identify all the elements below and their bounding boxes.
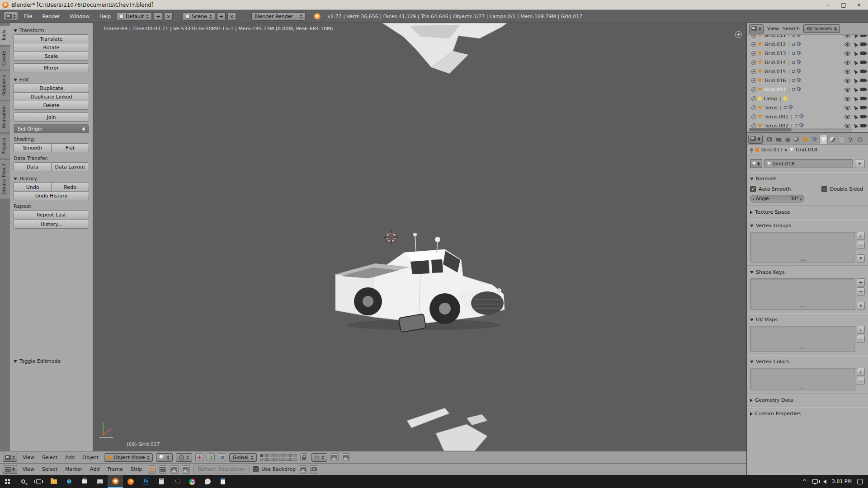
volume-icon[interactable] (823, 479, 826, 484)
visibility-eye-icon[interactable] (844, 42, 850, 47)
selectable-cursor-icon[interactable] (853, 42, 858, 47)
vertex-colors-listbox[interactable] (750, 368, 855, 390)
menu-window[interactable]: Window (66, 14, 94, 19)
render-camera-icon[interactable] (860, 52, 866, 55)
manipulator-translate-button[interactable] (195, 453, 203, 461)
render-opengl-anim-button[interactable] (342, 453, 350, 461)
texture-space-panel-header[interactable]: Texture Space (750, 208, 865, 216)
add-scene-button[interactable]: + (217, 12, 226, 21)
sequencer-view-sequence-button[interactable] (159, 465, 167, 474)
layer-group-1[interactable] (260, 454, 278, 461)
uv-map-add-button[interactable]: + (857, 326, 865, 334)
visibility-eye-icon[interactable] (844, 88, 850, 92)
checkbox-checked-icon[interactable] (750, 186, 756, 192)
tab-material[interactable] (828, 135, 837, 144)
object-name[interactable]: Grid.013 (764, 51, 786, 56)
duplicate-button[interactable]: Duplicate (14, 84, 89, 93)
expand-icon[interactable]: + (751, 96, 756, 101)
normals-panel-header[interactable]: Normals (750, 175, 865, 183)
expand-icon[interactable]: + (751, 123, 756, 128)
visibility-eye-icon[interactable] (844, 115, 850, 119)
mirror-button[interactable]: Mirror (14, 63, 89, 72)
sequencer-menu-strip[interactable]: Strip (128, 466, 145, 472)
visibility-eye-icon[interactable] (844, 35, 850, 38)
repeat-last-button[interactable]: Repeat Last (14, 210, 89, 219)
taskbar-app-edge[interactable]: e (61, 475, 77, 488)
manipulator-scale-button[interactable] (218, 453, 226, 461)
tab-grease-pencil[interactable]: Grease Pencil (0, 160, 10, 199)
refresh-sequencer-button[interactable]: Refresh Sequencer (193, 465, 250, 474)
sequencer-menu-marker[interactable]: Marker (63, 466, 85, 472)
mesh-fragment-bottom[interactable] (407, 408, 487, 451)
pin-icon[interactable] (750, 148, 753, 151)
transform-orientation-dropdown[interactable]: Global (229, 453, 256, 462)
expand-icon[interactable]: + (751, 114, 756, 119)
selectable-cursor-icon[interactable] (853, 123, 858, 128)
sequencer-image-button[interactable] (299, 465, 307, 474)
expand-icon[interactable]: + (751, 78, 756, 83)
taskbar-app-paint[interactable] (200, 475, 215, 488)
snap-dropdown[interactable] (311, 453, 327, 462)
expand-icon[interactable]: + (751, 51, 756, 56)
tab-texture[interactable] (837, 135, 846, 144)
outliner-row[interactable]: +Torus| (747, 103, 868, 112)
edit-panel-header[interactable]: Edit (14, 76, 89, 84)
selectable-cursor-icon[interactable] (853, 60, 858, 66)
3d-viewport[interactable]: Frame:69 | Time:00:03.71 | Ve:53330 Fa:5… (93, 23, 746, 451)
toggle-editmode-header[interactable]: Toggle Editmode (14, 357, 90, 365)
network-icon[interactable] (812, 479, 818, 483)
scene-dropdown[interactable]: Scene (183, 12, 215, 21)
vertex-group-specials-button[interactable]: ▼ (857, 254, 865, 263)
3d-cursor[interactable] (384, 230, 398, 244)
tab-world[interactable] (792, 135, 801, 144)
undo-history-button[interactable]: Undo History (14, 191, 89, 200)
tab-object-data[interactable] (819, 135, 828, 144)
maximize-button[interactable]: □ (837, 1, 850, 9)
selectable-cursor-icon[interactable] (853, 69, 858, 75)
sequencer-clock-button[interactable] (148, 465, 156, 474)
join-button[interactable]: Join (14, 113, 89, 122)
menu-help[interactable]: Help (95, 14, 115, 19)
object-name[interactable]: Torus.001 (764, 114, 788, 120)
view3d-menu-object[interactable]: Object (80, 455, 101, 460)
data-layout-button[interactable]: Data Layout (51, 162, 89, 171)
outliner-row[interactable]: +Grid.011| (747, 35, 868, 40)
render-camera-icon[interactable] (860, 79, 866, 82)
visibility-eye-icon[interactable] (844, 61, 850, 65)
tab-particles[interactable] (846, 135, 855, 144)
visibility-eye-icon[interactable] (844, 106, 850, 110)
outliner-row[interactable]: +Grid.016| (747, 76, 868, 85)
resize-grip-icon[interactable] (800, 348, 806, 350)
slider-right-arrow-icon[interactable] (800, 198, 802, 201)
taskbar-app-firefox[interactable] (123, 475, 138, 488)
layer-group-2[interactable] (279, 454, 297, 461)
breadcrumb-data[interactable]: Grid.018 (796, 147, 817, 153)
tab-render[interactable] (765, 135, 774, 144)
mesh-fragment-top[interactable] (382, 23, 507, 74)
shape-key-specials-button[interactable]: ▼ (857, 302, 865, 310)
auto-smooth-checkbox[interactable]: Auto Smooth (750, 186, 791, 192)
visibility-eye-icon[interactable] (844, 124, 850, 128)
scale-button[interactable]: Scale (14, 52, 89, 61)
taskbar-app-blender-active[interactable] (108, 475, 123, 488)
vertex-group-add-button[interactable]: + (857, 232, 865, 240)
visibility-eye-icon[interactable] (844, 70, 850, 74)
translate-button[interactable]: Translate (14, 34, 89, 43)
menu-render[interactable]: Render (38, 14, 64, 19)
task-view-button[interactable] (31, 475, 46, 488)
slider-left-arrow-icon[interactable] (752, 198, 754, 201)
menu-file[interactable]: File (20, 14, 36, 19)
rotate-button[interactable]: Rotate (14, 43, 89, 52)
display-filter-dropdown[interactable]: All Scenes (803, 24, 840, 33)
render-opengl-button[interactable] (330, 453, 339, 461)
outliner-editor-selector[interactable] (749, 24, 764, 33)
object-name[interactable]: Grid.016 (764, 78, 786, 84)
add-layout-button[interactable]: + (154, 12, 162, 21)
datablock-browse-dropdown[interactable] (750, 159, 762, 168)
view3d-menu-add[interactable]: Add (63, 455, 77, 460)
outliner-horizontal-scrollbar[interactable] (749, 128, 853, 131)
viewport-shading-dropdown[interactable] (156, 453, 173, 462)
tab-physics[interactable] (855, 135, 864, 144)
checkbox-icon[interactable] (253, 466, 259, 472)
vertex-color-remove-button[interactable]: − (857, 377, 865, 385)
